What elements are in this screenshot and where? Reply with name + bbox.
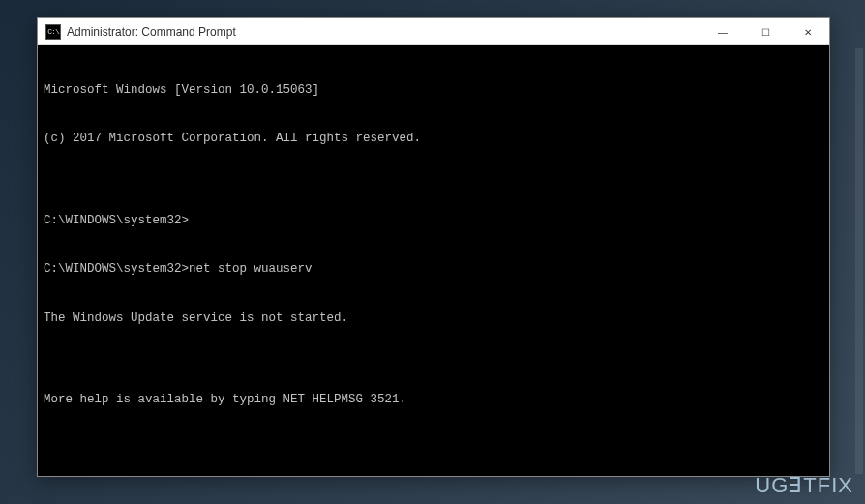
terminal-line: C:\WINDOWS\system32> [44, 213, 823, 229]
close-icon: ✕ [804, 27, 812, 38]
maximize-button[interactable]: ☐ [744, 18, 787, 45]
watermark: UGƎTFIX [755, 473, 853, 498]
maximize-icon: ☐ [761, 27, 770, 38]
watermark-e: Ǝ [789, 473, 803, 497]
window-title: Administrator: Command Prompt [67, 25, 236, 39]
terminal-line: Microsoft Windows [Version 10.0.15063] [44, 82, 823, 99]
window-controls: — ☐ ✕ [701, 18, 829, 45]
minimize-button[interactable]: — [701, 18, 744, 45]
terminal-line: More help is available by typing NET HEL… [44, 392, 823, 408]
command-prompt-window: C:\ Administrator: Command Prompt — ☐ ✕ … [37, 17, 830, 477]
minimize-icon: — [718, 27, 728, 38]
cmd-icon: C:\ [45, 24, 61, 40]
cmd-icon-glyph: C:\ [47, 27, 58, 36]
scrollbar-track[interactable] [855, 48, 863, 474]
terminal-line: C:\WINDOWS\system32>net stop wuauserv [44, 261, 823, 278]
close-button[interactable]: ✕ [787, 18, 829, 45]
watermark-part2: TFIX [803, 473, 853, 497]
terminal-output[interactable]: Microsoft Windows [Version 10.0.15063] (… [38, 45, 829, 476]
terminal-line: (c) 2017 Microsoft Corporation. All righ… [44, 131, 823, 147]
watermark-part1: UG [755, 473, 789, 497]
terminal-line: The Windows Update service is not starte… [44, 311, 823, 327]
titlebar[interactable]: C:\ Administrator: Command Prompt — ☐ ✕ [38, 18, 829, 45]
